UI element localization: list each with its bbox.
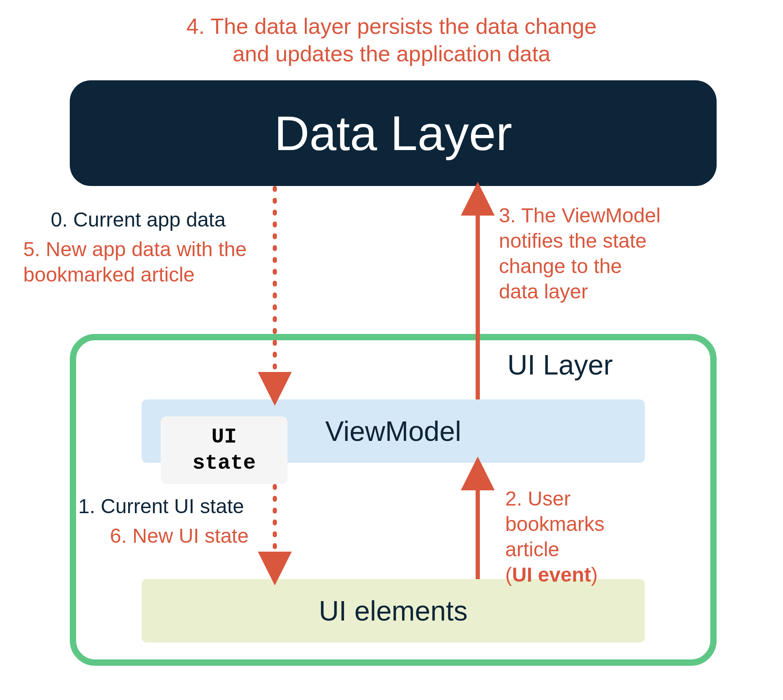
ui-state-chip: UI state: [161, 416, 287, 484]
ui-state-line2: state: [192, 451, 256, 475]
step2-line2: bookmarks: [505, 513, 605, 535]
step2-line3: article: [505, 538, 559, 561]
ui-elements-box: UI elements: [142, 579, 645, 643]
step1-label: 1. Current UI state: [78, 494, 244, 519]
data-layer-box: Data Layer: [70, 80, 717, 186]
step0-label: 0. Current app data: [51, 207, 226, 232]
step3-label: 3. The ViewModel notifies the state chan…: [499, 203, 753, 304]
step3-line3: change to the: [499, 255, 622, 277]
step3-line2: notifies the state: [499, 230, 647, 252]
step2-uievent: UI event: [512, 563, 591, 586]
step2-label: 2. User bookmarks article (UI event): [505, 486, 695, 588]
viewmodel-label: ViewModel: [325, 415, 461, 447]
step2-paren-close: ): [591, 563, 598, 586]
step3-line1: 3. The ViewModel: [499, 204, 660, 227]
ui-state-line1: UI: [211, 425, 237, 449]
ui-layer-label: UI Layer: [507, 349, 613, 381]
step2-line1: 2. User: [505, 487, 571, 510]
step3-line4: data layer: [499, 280, 588, 303]
step5-line2: bookmarked article: [23, 263, 195, 286]
data-layer-label: Data Layer: [274, 105, 512, 161]
step5-label: 5. New app data with the bookmarked arti…: [23, 237, 277, 287]
ui-elements-label: UI elements: [319, 595, 468, 627]
step6-label: 6. New UI state: [110, 523, 249, 549]
step2-paren-open: (: [505, 563, 512, 586]
step5-line1: 5. New app data with the: [23, 238, 246, 260]
step4-line2: and updates the application data: [233, 41, 550, 66]
step4-caption: 4. The data layer persists the data chan…: [0, 13, 783, 68]
step4-line1: 4. The data layer persists the data chan…: [186, 14, 597, 38]
